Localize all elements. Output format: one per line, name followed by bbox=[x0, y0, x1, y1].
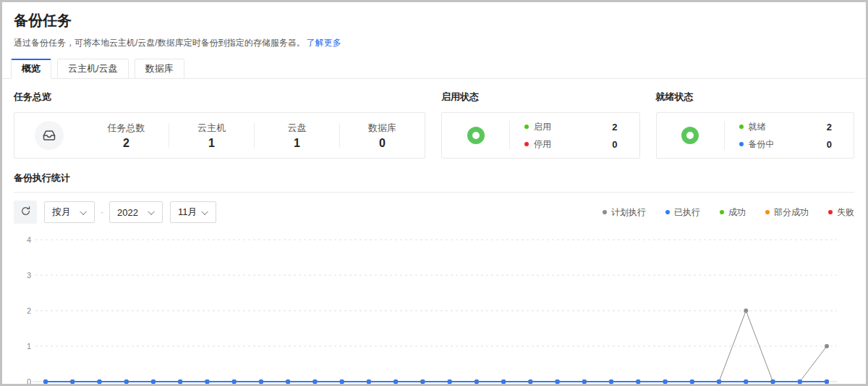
stat-label: 云盘 bbox=[255, 122, 339, 135]
legend-dot bbox=[765, 210, 770, 214]
stat-label: 数据库 bbox=[340, 122, 425, 135]
legend-item-success[interactable]: 成功 bbox=[720, 206, 746, 219]
stat-total-tasks: 任务总数 2 bbox=[84, 122, 169, 150]
svg-text:3: 3 bbox=[27, 271, 31, 280]
refresh-button[interactable] bbox=[14, 201, 37, 224]
stat-cloud-disk: 云盘 1 bbox=[255, 122, 339, 150]
stat-value: 2 bbox=[84, 137, 169, 150]
svg-text:4: 4 bbox=[27, 235, 31, 244]
legend-row-enabled: 启用 2 bbox=[524, 121, 617, 133]
tab-overview[interactable]: 概览 bbox=[11, 59, 51, 79]
stat-value: 1 bbox=[169, 137, 254, 150]
year-select[interactable]: 2022 bbox=[109, 201, 163, 223]
page-content: 任务总览 任务总数 2 云主机 1 bbox=[2, 91, 866, 386]
range-separator: - bbox=[101, 207, 103, 217]
legend-row-disabled: 停用 0 bbox=[524, 138, 617, 151]
enable-status-card: 启用 2 停用 0 bbox=[441, 112, 640, 159]
tab-bar: 概览 云主机/云盘 数据库 bbox=[2, 59, 866, 79]
page-subtitle: 通过备份任务，可将本地云主机/云盘/数据库定时备份到指定的存储服务器。了解更多 bbox=[14, 37, 854, 49]
status-dot bbox=[524, 125, 529, 129]
legend-dot bbox=[828, 210, 833, 214]
task-overview-title: 任务总览 bbox=[14, 91, 425, 104]
stat-label: 任务总数 bbox=[84, 122, 169, 135]
legend-item-planned[interactable]: 计划执行 bbox=[603, 206, 646, 219]
svg-text:1: 1 bbox=[27, 342, 31, 351]
chevron-down-icon bbox=[80, 208, 87, 215]
legend-dot bbox=[665, 210, 670, 214]
legend-item-partial-success[interactable]: 部分成功 bbox=[765, 206, 809, 219]
svg-text:0: 0 bbox=[27, 377, 31, 386]
inbox-icon bbox=[35, 121, 64, 150]
section-divider bbox=[14, 192, 854, 193]
ready-status-section: 就绪状态 就绪 2 备份中 0 bbox=[656, 91, 855, 159]
chevron-down-icon bbox=[148, 208, 155, 215]
enable-status-section: 启用状态 启用 2 停用 0 bbox=[441, 91, 640, 159]
summary-row: 任务总览 任务总数 2 云主机 1 bbox=[14, 91, 854, 159]
stat-cloud-host: 云主机 1 bbox=[169, 122, 254, 150]
tab-database[interactable]: 数据库 bbox=[135, 59, 184, 79]
stat-value: 0 bbox=[340, 137, 425, 150]
page-title: 备份任务 bbox=[14, 11, 854, 30]
legend-dot bbox=[720, 210, 724, 214]
learn-more-link[interactable]: 了解更多 bbox=[307, 38, 341, 48]
legend-row-backing-up: 备份中 0 bbox=[739, 138, 832, 151]
ready-status-donut bbox=[681, 127, 699, 144]
stat-database: 数据库 0 bbox=[340, 122, 425, 150]
task-overview-card: 任务总数 2 云主机 1 云盘 1 数据库 0 bbox=[14, 112, 425, 159]
backup-task-page: { "page": { "title": "备份任务", "subtitle":… bbox=[0, 0, 868, 386]
backup-execution-chart: 0123411-0111-0311-0511-0711-0911-1111-13… bbox=[14, 228, 854, 386]
status-dot bbox=[739, 142, 744, 146]
exec-stats-title: 备份执行统计 bbox=[14, 172, 854, 185]
page-subtitle-text: 通过备份任务，可将本地云主机/云盘/数据库定时备份到指定的存储服务器。 bbox=[14, 38, 305, 48]
period-select[interactable]: 按月 bbox=[44, 201, 95, 223]
refresh-icon bbox=[20, 206, 31, 219]
ready-status-title: 就绪状态 bbox=[656, 91, 855, 104]
enable-status-donut bbox=[467, 127, 485, 144]
enable-status-title: 启用状态 bbox=[441, 91, 640, 104]
status-dot bbox=[739, 125, 744, 129]
chart-controls: 按月 - 2022 11月 计划执行 已执行 成功 bbox=[14, 201, 854, 224]
svg-text:2: 2 bbox=[27, 306, 31, 315]
legend-dot bbox=[603, 210, 607, 214]
ready-status-card: 就绪 2 备份中 0 bbox=[656, 112, 855, 159]
legend-item-executed[interactable]: 已执行 bbox=[665, 206, 700, 219]
task-overview-section: 任务总览 任务总数 2 云主机 1 bbox=[14, 91, 425, 159]
chevron-down-icon bbox=[201, 208, 208, 215]
stat-value: 1 bbox=[255, 137, 339, 150]
page-header: 备份任务 通过备份任务，可将本地云主机/云盘/数据库定时备份到指定的存储服务器。… bbox=[2, 2, 866, 49]
legend-row-ready: 就绪 2 bbox=[739, 121, 832, 133]
line-chart-canvas: 0123411-0111-0311-0511-0711-0911-1111-13… bbox=[14, 228, 859, 386]
month-select[interactable]: 11月 bbox=[170, 201, 216, 223]
chart-legend: 计划执行 已执行 成功 部分成功 失败 bbox=[603, 206, 854, 219]
status-dot bbox=[524, 142, 529, 146]
stat-label: 云主机 bbox=[169, 122, 254, 135]
legend-item-failed[interactable]: 失败 bbox=[828, 206, 854, 219]
tab-host-disk[interactable]: 云主机/云盘 bbox=[57, 59, 129, 79]
